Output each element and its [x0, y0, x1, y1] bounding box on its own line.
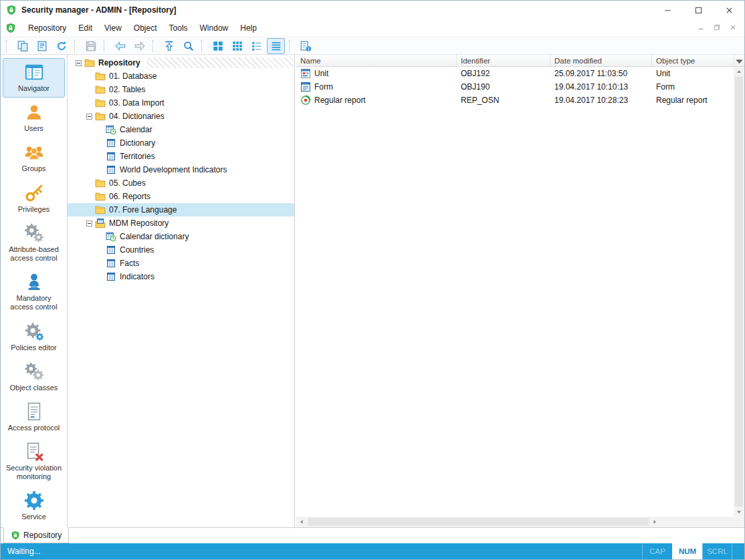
- forward-button[interactable]: [130, 38, 148, 54]
- navigator-icon: [24, 62, 44, 82]
- column-header-name[interactable]: Name: [296, 55, 457, 66]
- tree-item-countries[interactable]: Countries: [68, 243, 294, 257]
- small-icons-view-button[interactable]: [228, 38, 246, 54]
- tree-item-07-fore-language[interactable]: 07. Fore Language: [68, 203, 294, 217]
- menu-item-repository[interactable]: Repository: [22, 19, 72, 37]
- sidebar-item-privileges[interactable]: Privileges: [3, 179, 65, 219]
- sidebar-item-mandatory-access-control[interactable]: Mandatory access control: [3, 268, 65, 316]
- vertical-scroll-thumb[interactable]: [735, 77, 743, 507]
- tree-item-calendar-dictionary[interactable]: Calendar dictionary: [68, 230, 294, 243]
- tree-item-06-reports[interactable]: 06. Reports: [68, 190, 294, 203]
- menu-item-view[interactable]: View: [98, 19, 128, 37]
- refresh-button[interactable]: [52, 38, 70, 54]
- tree-item-world-development-indicators[interactable]: World Development Indicators: [68, 163, 294, 176]
- column-header-object-type[interactable]: Object type: [652, 55, 734, 66]
- table-icon: [106, 245, 116, 255]
- tree-item-04-dictionaries[interactable]: 04. Dictionaries: [68, 110, 294, 123]
- tree-item-label: Repository: [98, 58, 140, 67]
- sidebar-item-access-protocol[interactable]: Access protocol: [3, 398, 65, 437]
- tree-item-label: Territories: [120, 152, 155, 161]
- minimize-button[interactable]: [652, 1, 683, 19]
- tree-expander-icon[interactable]: [86, 221, 92, 227]
- tree-item-dictionary[interactable]: Dictionary: [68, 136, 294, 150]
- tree-item-05-cubes[interactable]: 05. Cubes: [68, 176, 294, 190]
- sidebar-item-attribute-based-access-control[interactable]: Attribute-based access control: [3, 219, 65, 267]
- list-row-regular-report[interactable]: Regular reportREP_OSN19.04.2017 10:28:23…: [296, 94, 734, 107]
- tree-item-label: MDM Repository: [109, 219, 169, 228]
- object-properties-button[interactable]: [296, 38, 314, 54]
- save-button[interactable]: [82, 38, 100, 54]
- horizontal-scroll-thumb[interactable]: [308, 518, 649, 526]
- tree-item-indicators[interactable]: Indicators: [68, 270, 294, 283]
- up-level-button[interactable]: [160, 38, 178, 54]
- tree-item-facts[interactable]: Facts: [68, 257, 294, 270]
- menu-bar: RepositoryEditViewObjectToolsWindowHelp: [1, 19, 744, 37]
- service-icon: [24, 491, 44, 511]
- menu-item-object[interactable]: Object: [128, 19, 163, 37]
- list-row-form[interactable]: FormOBJ19019.04.2017 10:10:13Form: [296, 80, 734, 94]
- table-icon: [106, 271, 116, 282]
- back-button[interactable]: [111, 38, 129, 54]
- tree-item-01-database[interactable]: 01. Database: [68, 69, 294, 83]
- details-view-button[interactable]: [267, 38, 285, 54]
- toolbar-separator: [152, 40, 156, 52]
- calendar-icon: [106, 124, 116, 135]
- copy-object-button[interactable]: [13, 38, 31, 54]
- tree-item-territories[interactable]: Territories: [68, 150, 294, 163]
- column-header-date-modified[interactable]: Date modified: [550, 55, 652, 66]
- sidebar: NavigatorUsersGroupsPrivilegesAttribute-…: [1, 55, 68, 527]
- hscroll-right-button[interactable]: [649, 517, 660, 527]
- vertical-scrollbar[interactable]: [734, 67, 744, 517]
- hscroll-left-button[interactable]: [296, 517, 307, 527]
- menu-item-window[interactable]: Window: [194, 19, 235, 37]
- large-icons-view-button[interactable]: [209, 38, 227, 54]
- sidebar-item-groups[interactable]: Groups: [3, 138, 65, 178]
- maximize-button[interactable]: [683, 1, 714, 19]
- sidebar-item-users[interactable]: Users: [3, 98, 65, 138]
- horizontal-scrollbar[interactable]: [296, 517, 734, 527]
- sidebar-item-security-violation-monitoring[interactable]: Security violation monitoring: [3, 438, 65, 486]
- tree-item-mdm-repository[interactable]: MDM Repository: [68, 217, 294, 230]
- chevron-down-icon: [734, 56, 744, 66]
- list-header: NameIdentifierDate modifiedObject type: [296, 55, 744, 67]
- tab-repository[interactable]: Repository: [3, 527, 69, 543]
- list-view-button[interactable]: [247, 38, 265, 54]
- tree-item-03-data-import[interactable]: 03. Data Import: [68, 96, 294, 110]
- child-restore-button[interactable]: [714, 23, 720, 33]
- column-header-identifier[interactable]: Identifier: [457, 55, 550, 66]
- tree-item-02-tables[interactable]: 02. Tables: [68, 83, 294, 96]
- sidebar-item-object-classes[interactable]: Object classes: [3, 358, 65, 397]
- paste-object-button[interactable]: [33, 38, 51, 54]
- search-button[interactable]: [179, 38, 197, 54]
- sidebar-item-navigator[interactable]: Navigator: [3, 58, 65, 98]
- tab-label: Repository: [23, 531, 62, 540]
- form-icon: [300, 82, 311, 92]
- object-identifier: OBJ190: [457, 82, 550, 92]
- vscroll-up-button[interactable]: [734, 67, 744, 76]
- column-menu-button[interactable]: [734, 55, 744, 67]
- menu-item-help[interactable]: Help: [234, 19, 263, 37]
- menu-bar-items: RepositoryEditViewObjectToolsWindowHelp: [22, 19, 263, 37]
- child-minimize-button[interactable]: [698, 23, 704, 33]
- small-icons-icon: [231, 40, 243, 52]
- sidebar-item-service[interactable]: Service: [3, 486, 65, 526]
- list-row-unit[interactable]: UnitOBJ19225.09.2017 11:03:50Unit: [296, 67, 734, 80]
- tree-expander-icon[interactable]: [76, 60, 82, 66]
- child-close-button[interactable]: [730, 23, 736, 33]
- object-type: Regular report: [652, 96, 734, 105]
- menu-item-edit[interactable]: Edit: [72, 19, 98, 37]
- close-button[interactable]: [714, 1, 744, 19]
- toolbar: [1, 37, 744, 55]
- tree-header-hatch: [146, 57, 293, 68]
- tree-expander-icon[interactable]: [86, 114, 92, 120]
- tree-item-calendar[interactable]: Calendar: [68, 123, 294, 136]
- vscroll-down-button[interactable]: [734, 507, 744, 517]
- object-name: Unit: [314, 69, 328, 78]
- scrollbar-corner: [734, 517, 744, 527]
- sidebar-item-policies-editor[interactable]: Policies editor: [3, 317, 65, 357]
- sidebar-item-label: Service: [21, 513, 46, 521]
- tree-item-repository[interactable]: Repository: [68, 56, 294, 69]
- tree-item-label: 04. Dictionaries: [109, 112, 165, 121]
- object-classes-icon: [24, 362, 44, 382]
- menu-item-tools[interactable]: Tools: [163, 19, 194, 37]
